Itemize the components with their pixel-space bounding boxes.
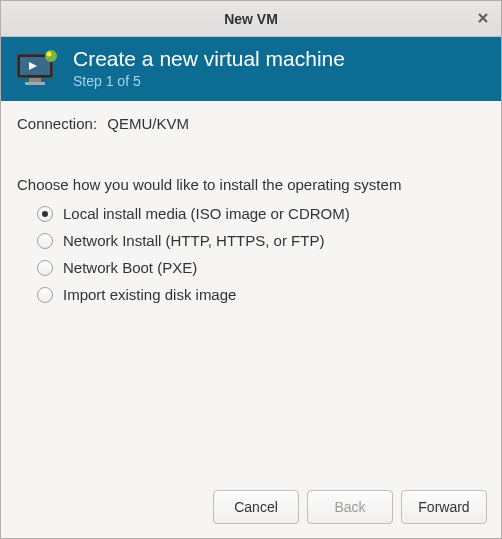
install-method-radio-group: Local install media (ISO image or CDROM)… (17, 205, 485, 303)
forward-button-label: Forward (418, 499, 469, 515)
radio-icon (37, 206, 53, 222)
back-button: Back (307, 490, 393, 524)
radio-option-import-disk[interactable]: Import existing disk image (37, 286, 485, 303)
choose-label: Choose how you would like to install the… (17, 176, 485, 193)
button-bar: Cancel Back Forward (1, 478, 501, 538)
cancel-button-label: Cancel (234, 499, 278, 515)
content-area: Connection: QEMU/KVM Choose how you woul… (1, 101, 501, 478)
header-banner: Create a new virtual machine Step 1 of 5 (1, 37, 501, 101)
radio-icon (37, 233, 53, 249)
radio-option-network-boot[interactable]: Network Boot (PXE) (37, 259, 485, 276)
radio-icon (37, 287, 53, 303)
radio-label: Local install media (ISO image or CDROM) (63, 205, 350, 222)
close-button[interactable] (473, 9, 493, 29)
header-text: Create a new virtual machine Step 1 of 5 (73, 47, 345, 89)
vm-monitor-icon (15, 50, 59, 86)
radio-label: Network Install (HTTP, HTTPS, or FTP) (63, 232, 324, 249)
titlebar: New VM (1, 1, 501, 37)
close-icon (477, 11, 489, 27)
new-vm-window: New VM Create a new virtual machine Step… (0, 0, 502, 539)
connection-row: Connection: QEMU/KVM (17, 115, 485, 132)
header-title: Create a new virtual machine (73, 47, 345, 71)
radio-label: Import existing disk image (63, 286, 236, 303)
back-button-label: Back (334, 499, 365, 515)
svg-rect-4 (25, 82, 45, 85)
window-title: New VM (224, 11, 278, 27)
svg-point-5 (45, 50, 57, 62)
connection-value: QEMU/KVM (107, 115, 189, 132)
svg-point-6 (47, 52, 52, 57)
radio-option-local-media[interactable]: Local install media (ISO image or CDROM) (37, 205, 485, 222)
radio-icon (37, 260, 53, 276)
radio-label: Network Boot (PXE) (63, 259, 197, 276)
connection-label: Connection: (17, 115, 97, 132)
forward-button[interactable]: Forward (401, 490, 487, 524)
svg-rect-3 (29, 78, 41, 82)
cancel-button[interactable]: Cancel (213, 490, 299, 524)
header-step: Step 1 of 5 (73, 73, 345, 89)
radio-option-network-install[interactable]: Network Install (HTTP, HTTPS, or FTP) (37, 232, 485, 249)
